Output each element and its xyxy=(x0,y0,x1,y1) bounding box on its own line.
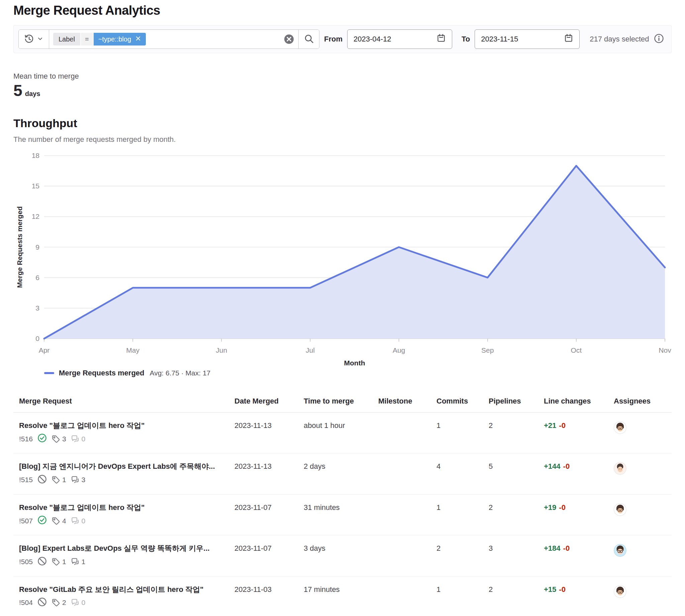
clear-search-button[interactable] xyxy=(283,34,294,44)
legend-series-swatch xyxy=(44,372,54,374)
merge-request-title-link[interactable]: Resolve "GitLab 주요 보안 릴리스 업데이트 hero 작업" xyxy=(19,585,232,594)
pipelines-cell: 2 xyxy=(489,413,544,454)
merge-request-row: Resolve "블로그 업데이트 hero 작업" !507 xyxy=(14,494,671,535)
to-date-input[interactable]: 2023-11-15 xyxy=(475,29,580,49)
throughput-chart: 0369121518AprMayJunJulAugSepOctNovMerge … xyxy=(14,147,671,367)
chevron-down-icon xyxy=(37,36,44,43)
comments-icon xyxy=(71,557,79,566)
svg-text:Oct: Oct xyxy=(571,346,582,354)
filtered-search-control: Label = ~type::blog xyxy=(18,29,319,49)
merge-request-row: [Blog] Expert Labs로 DevOps 실무 역량 똑똑하게 키우… xyxy=(14,535,671,576)
page-title: Merge Request Analytics xyxy=(14,3,671,18)
throughput-heading: Throughput xyxy=(14,117,671,130)
assignee-avatar[interactable] xyxy=(614,544,626,557)
comments-count[interactable]: 3 xyxy=(71,476,86,484)
date-merged-cell: 2023-11-07 xyxy=(234,494,304,535)
token-value[interactable]: ~type::blog xyxy=(94,33,146,45)
pipelines-cell: 2 xyxy=(489,576,544,616)
token-field[interactable]: Label xyxy=(53,33,80,45)
mean-time-value: 5 xyxy=(14,83,22,99)
labels-count: 4 xyxy=(51,516,66,525)
svg-text:12: 12 xyxy=(32,213,40,220)
date-merged-cell: 2023-11-03 xyxy=(234,576,304,616)
column-header-line-changes: Line changes xyxy=(544,391,614,413)
no-approval-icon xyxy=(38,597,47,608)
lines-added: +144 xyxy=(544,462,561,470)
lines-removed: -0 xyxy=(559,421,566,430)
svg-text:Jul: Jul xyxy=(306,346,315,354)
commits-cell: 1 xyxy=(436,413,489,454)
labels-count: 2 xyxy=(51,598,66,607)
svg-text:3: 3 xyxy=(36,304,40,312)
date-merged-cell: 2023-11-13 xyxy=(234,454,304,494)
assignee-avatar[interactable] xyxy=(614,503,626,516)
commits-cell: 2 xyxy=(436,535,489,576)
from-date-input[interactable]: 2023-04-12 xyxy=(347,29,452,49)
token-operator[interactable]: = xyxy=(81,33,93,45)
pipelines-cell: 2 xyxy=(489,494,544,535)
svg-text:Month: Month xyxy=(344,359,365,366)
search-input-area[interactable]: Label = ~type::blog xyxy=(49,30,298,48)
calendar-icon[interactable] xyxy=(436,34,446,45)
search-icon xyxy=(304,34,314,45)
svg-text:May: May xyxy=(126,346,139,354)
lines-removed: -0 xyxy=(563,462,570,470)
search-history-dropdown[interactable] xyxy=(19,30,49,48)
chart-legend[interactable]: Merge Requests merged Avg: 6.75 · Max: 1… xyxy=(44,369,671,377)
merge-request-id-link[interactable]: !507 xyxy=(19,517,33,525)
to-label: To xyxy=(462,35,470,44)
time-to-merge-cell: about 1 hour xyxy=(304,413,378,454)
approval-check-icon xyxy=(38,515,47,526)
merge-request-analytics-page: Merge Request Analytics xyxy=(0,0,685,616)
assignee-avatar[interactable] xyxy=(614,462,626,475)
merge-request-title-link[interactable]: Resolve "블로그 업데이트 hero 작업" xyxy=(19,421,232,430)
merge-request-id-link[interactable]: !516 xyxy=(19,435,33,443)
calendar-icon[interactable] xyxy=(564,34,573,45)
merge-request-title-link[interactable]: [Blog] 지금 엔지니어가 DevOps Expert Labs에 주목해야… xyxy=(19,462,232,471)
comments-count[interactable]: 0 xyxy=(71,516,86,525)
column-header-commits: Commits xyxy=(436,391,489,413)
search-button[interactable] xyxy=(298,30,319,48)
line-changes-cell: +184-0 xyxy=(544,535,614,576)
time-to-merge-cell: 2 days xyxy=(304,454,378,494)
merge-request-title-link[interactable]: Resolve "블로그 업데이트 hero 작업" xyxy=(19,503,232,512)
svg-text:Aug: Aug xyxy=(393,346,405,354)
throughput-area-chart-svg: 0369121518AprMayJunJulAugSepOctNovMerge … xyxy=(14,147,671,366)
svg-text:Jun: Jun xyxy=(216,346,227,354)
svg-text:Sep: Sep xyxy=(481,346,494,354)
merge-request-row: Resolve "블로그 업데이트 hero 작업" !516 xyxy=(14,413,671,454)
svg-text:Nov: Nov xyxy=(659,346,671,354)
time-to-merge-cell: 3 days xyxy=(304,535,378,576)
time-to-merge-cell: 31 minutes xyxy=(304,494,378,535)
merge-request-title-link[interactable]: [Blog] Expert Labs로 DevOps 실무 역량 똑똑하게 키우… xyxy=(19,544,232,553)
assignee-avatar[interactable] xyxy=(614,585,626,598)
table-header-row: Merge Request Date Merged Time to merge … xyxy=(14,391,671,413)
comments-count[interactable]: 0 xyxy=(71,598,86,607)
mean-time-label: Mean time to merge xyxy=(14,72,671,81)
label-tag-icon xyxy=(51,435,60,443)
lines-added: +15 xyxy=(544,585,556,594)
svg-text:Apr: Apr xyxy=(39,346,50,354)
label-tag-icon xyxy=(51,598,60,607)
milestone-cell xyxy=(378,576,436,616)
comments-icon xyxy=(71,516,79,525)
merge-request-id-link[interactable]: !515 xyxy=(19,476,33,484)
token-remove-icon[interactable] xyxy=(135,36,141,43)
merge-requests-table: Merge Request Date Merged Time to merge … xyxy=(14,391,671,616)
label-tag-icon xyxy=(51,476,60,484)
labels-count: 1 xyxy=(51,476,66,484)
merge-request-id-link[interactable]: !505 xyxy=(19,558,33,566)
column-header-pipelines: Pipelines xyxy=(489,391,544,413)
pipelines-cell: 3 xyxy=(489,535,544,576)
merge-request-id-link[interactable]: !504 xyxy=(19,599,33,607)
assignee-avatar[interactable] xyxy=(614,421,626,434)
svg-text:15: 15 xyxy=(32,182,40,190)
from-label: From xyxy=(324,35,342,44)
info-icon[interactable] xyxy=(654,34,664,45)
label-tag-icon xyxy=(51,557,60,566)
pipelines-cell: 5 xyxy=(489,454,544,494)
lines-removed: -0 xyxy=(559,585,566,594)
comments-count[interactable]: 1 xyxy=(71,557,86,566)
filter-token: Label = ~type::blog xyxy=(53,33,146,45)
comments-count[interactable]: 0 xyxy=(71,435,86,443)
